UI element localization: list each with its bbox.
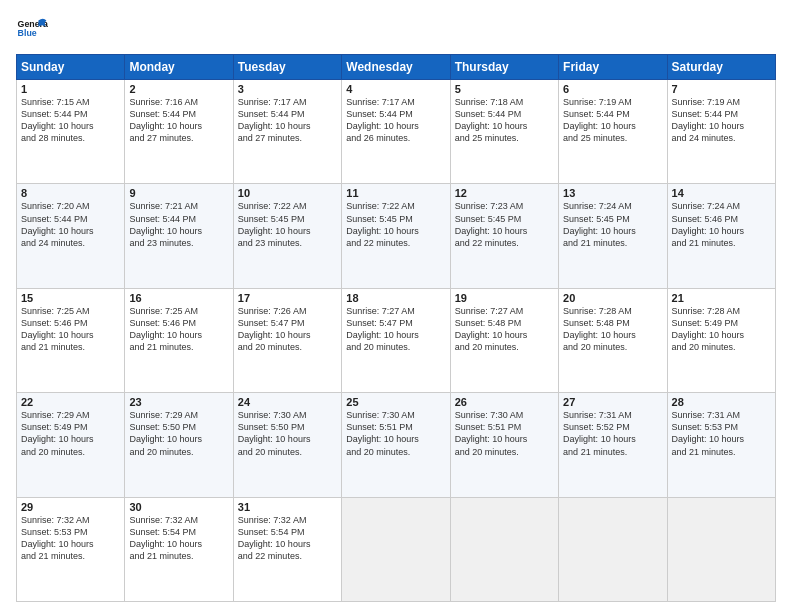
day-info: Sunrise: 7:31 AM Sunset: 5:52 PM Dayligh…: [563, 409, 662, 458]
day-number: 2: [129, 83, 228, 95]
day-number: 7: [672, 83, 771, 95]
day-cell: 1Sunrise: 7:15 AM Sunset: 5:44 PM Daylig…: [17, 80, 125, 184]
day-header-monday: Monday: [125, 55, 233, 80]
svg-text:Blue: Blue: [18, 28, 37, 38]
day-cell: 12Sunrise: 7:23 AM Sunset: 5:45 PM Dayli…: [450, 184, 558, 288]
day-info: Sunrise: 7:26 AM Sunset: 5:47 PM Dayligh…: [238, 305, 337, 354]
day-info: Sunrise: 7:23 AM Sunset: 5:45 PM Dayligh…: [455, 200, 554, 249]
day-number: 5: [455, 83, 554, 95]
day-cell: [667, 497, 775, 601]
calendar-body: 1Sunrise: 7:15 AM Sunset: 5:44 PM Daylig…: [17, 80, 776, 602]
week-row-5: 29Sunrise: 7:32 AM Sunset: 5:53 PM Dayli…: [17, 497, 776, 601]
day-number: 4: [346, 83, 445, 95]
day-number: 9: [129, 187, 228, 199]
day-cell: 30Sunrise: 7:32 AM Sunset: 5:54 PM Dayli…: [125, 497, 233, 601]
day-info: Sunrise: 7:30 AM Sunset: 5:50 PM Dayligh…: [238, 409, 337, 458]
day-info: Sunrise: 7:28 AM Sunset: 5:49 PM Dayligh…: [672, 305, 771, 354]
day-cell: 7Sunrise: 7:19 AM Sunset: 5:44 PM Daylig…: [667, 80, 775, 184]
calendar-table: SundayMondayTuesdayWednesdayThursdayFrid…: [16, 54, 776, 602]
day-cell: 9Sunrise: 7:21 AM Sunset: 5:44 PM Daylig…: [125, 184, 233, 288]
day-header-saturday: Saturday: [667, 55, 775, 80]
day-cell: 5Sunrise: 7:18 AM Sunset: 5:44 PM Daylig…: [450, 80, 558, 184]
day-number: 30: [129, 501, 228, 513]
day-cell: 22Sunrise: 7:29 AM Sunset: 5:49 PM Dayli…: [17, 393, 125, 497]
day-info: Sunrise: 7:22 AM Sunset: 5:45 PM Dayligh…: [238, 200, 337, 249]
day-cell: 21Sunrise: 7:28 AM Sunset: 5:49 PM Dayli…: [667, 288, 775, 392]
header: General Blue: [16, 14, 776, 46]
day-cell: 3Sunrise: 7:17 AM Sunset: 5:44 PM Daylig…: [233, 80, 341, 184]
day-cell: 16Sunrise: 7:25 AM Sunset: 5:46 PM Dayli…: [125, 288, 233, 392]
page: General Blue SundayMondayTuesdayWednesda…: [0, 0, 792, 612]
day-cell: 27Sunrise: 7:31 AM Sunset: 5:52 PM Dayli…: [559, 393, 667, 497]
day-info: Sunrise: 7:27 AM Sunset: 5:48 PM Dayligh…: [455, 305, 554, 354]
day-cell: 28Sunrise: 7:31 AM Sunset: 5:53 PM Dayli…: [667, 393, 775, 497]
day-number: 29: [21, 501, 120, 513]
day-header-friday: Friday: [559, 55, 667, 80]
day-number: 25: [346, 396, 445, 408]
day-cell: 18Sunrise: 7:27 AM Sunset: 5:47 PM Dayli…: [342, 288, 450, 392]
day-cell: [342, 497, 450, 601]
day-info: Sunrise: 7:17 AM Sunset: 5:44 PM Dayligh…: [346, 96, 445, 145]
day-info: Sunrise: 7:24 AM Sunset: 5:46 PM Dayligh…: [672, 200, 771, 249]
day-header-sunday: Sunday: [17, 55, 125, 80]
day-number: 26: [455, 396, 554, 408]
day-header-thursday: Thursday: [450, 55, 558, 80]
week-row-1: 1Sunrise: 7:15 AM Sunset: 5:44 PM Daylig…: [17, 80, 776, 184]
day-number: 21: [672, 292, 771, 304]
week-row-4: 22Sunrise: 7:29 AM Sunset: 5:49 PM Dayli…: [17, 393, 776, 497]
day-cell: 14Sunrise: 7:24 AM Sunset: 5:46 PM Dayli…: [667, 184, 775, 288]
day-number: 17: [238, 292, 337, 304]
day-number: 18: [346, 292, 445, 304]
day-number: 6: [563, 83, 662, 95]
day-cell: 6Sunrise: 7:19 AM Sunset: 5:44 PM Daylig…: [559, 80, 667, 184]
calendar-header: SundayMondayTuesdayWednesdayThursdayFrid…: [17, 55, 776, 80]
day-info: Sunrise: 7:30 AM Sunset: 5:51 PM Dayligh…: [346, 409, 445, 458]
day-number: 12: [455, 187, 554, 199]
header-row: SundayMondayTuesdayWednesdayThursdayFrid…: [17, 55, 776, 80]
day-number: 14: [672, 187, 771, 199]
day-number: 11: [346, 187, 445, 199]
day-info: Sunrise: 7:25 AM Sunset: 5:46 PM Dayligh…: [21, 305, 120, 354]
day-info: Sunrise: 7:18 AM Sunset: 5:44 PM Dayligh…: [455, 96, 554, 145]
day-info: Sunrise: 7:19 AM Sunset: 5:44 PM Dayligh…: [563, 96, 662, 145]
day-info: Sunrise: 7:32 AM Sunset: 5:53 PM Dayligh…: [21, 514, 120, 563]
day-info: Sunrise: 7:25 AM Sunset: 5:46 PM Dayligh…: [129, 305, 228, 354]
day-header-wednesday: Wednesday: [342, 55, 450, 80]
day-info: Sunrise: 7:28 AM Sunset: 5:48 PM Dayligh…: [563, 305, 662, 354]
day-cell: 2Sunrise: 7:16 AM Sunset: 5:44 PM Daylig…: [125, 80, 233, 184]
logo: General Blue: [16, 14, 48, 46]
day-info: Sunrise: 7:20 AM Sunset: 5:44 PM Dayligh…: [21, 200, 120, 249]
day-info: Sunrise: 7:32 AM Sunset: 5:54 PM Dayligh…: [129, 514, 228, 563]
day-cell: [559, 497, 667, 601]
day-cell: 31Sunrise: 7:32 AM Sunset: 5:54 PM Dayli…: [233, 497, 341, 601]
day-cell: 25Sunrise: 7:30 AM Sunset: 5:51 PM Dayli…: [342, 393, 450, 497]
day-cell: 20Sunrise: 7:28 AM Sunset: 5:48 PM Dayli…: [559, 288, 667, 392]
day-cell: 23Sunrise: 7:29 AM Sunset: 5:50 PM Dayli…: [125, 393, 233, 497]
day-info: Sunrise: 7:22 AM Sunset: 5:45 PM Dayligh…: [346, 200, 445, 249]
day-info: Sunrise: 7:27 AM Sunset: 5:47 PM Dayligh…: [346, 305, 445, 354]
day-info: Sunrise: 7:30 AM Sunset: 5:51 PM Dayligh…: [455, 409, 554, 458]
day-info: Sunrise: 7:17 AM Sunset: 5:44 PM Dayligh…: [238, 96, 337, 145]
day-info: Sunrise: 7:15 AM Sunset: 5:44 PM Dayligh…: [21, 96, 120, 145]
day-cell: 29Sunrise: 7:32 AM Sunset: 5:53 PM Dayli…: [17, 497, 125, 601]
day-number: 19: [455, 292, 554, 304]
day-info: Sunrise: 7:29 AM Sunset: 5:49 PM Dayligh…: [21, 409, 120, 458]
day-cell: 8Sunrise: 7:20 AM Sunset: 5:44 PM Daylig…: [17, 184, 125, 288]
day-number: 3: [238, 83, 337, 95]
day-info: Sunrise: 7:29 AM Sunset: 5:50 PM Dayligh…: [129, 409, 228, 458]
day-number: 31: [238, 501, 337, 513]
day-number: 20: [563, 292, 662, 304]
logo-icon: General Blue: [16, 14, 48, 46]
day-info: Sunrise: 7:16 AM Sunset: 5:44 PM Dayligh…: [129, 96, 228, 145]
day-number: 15: [21, 292, 120, 304]
day-cell: 17Sunrise: 7:26 AM Sunset: 5:47 PM Dayli…: [233, 288, 341, 392]
day-number: 24: [238, 396, 337, 408]
day-info: Sunrise: 7:24 AM Sunset: 5:45 PM Dayligh…: [563, 200, 662, 249]
day-number: 16: [129, 292, 228, 304]
day-number: 10: [238, 187, 337, 199]
week-row-3: 15Sunrise: 7:25 AM Sunset: 5:46 PM Dayli…: [17, 288, 776, 392]
day-info: Sunrise: 7:21 AM Sunset: 5:44 PM Dayligh…: [129, 200, 228, 249]
day-cell: 26Sunrise: 7:30 AM Sunset: 5:51 PM Dayli…: [450, 393, 558, 497]
day-number: 27: [563, 396, 662, 408]
day-info: Sunrise: 7:32 AM Sunset: 5:54 PM Dayligh…: [238, 514, 337, 563]
